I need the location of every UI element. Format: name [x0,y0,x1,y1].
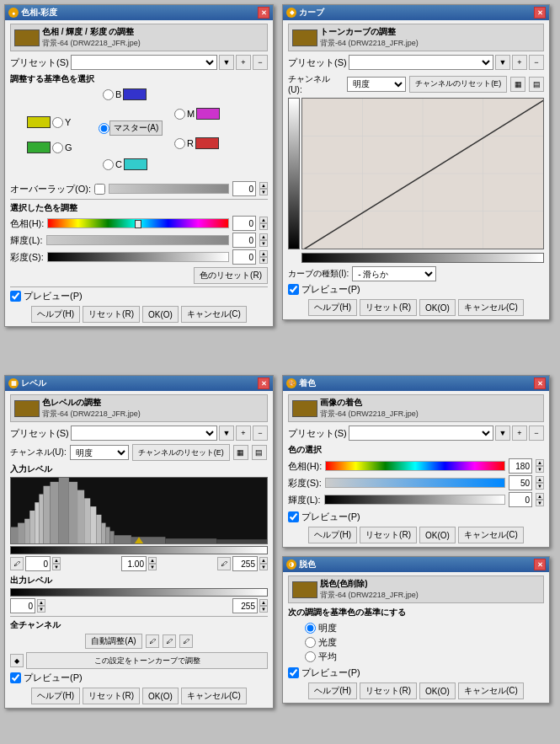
overlap-value[interactable] [232,181,256,196]
colorize-bright-value[interactable]: 0 [509,492,532,507]
radio-g[interactable] [52,142,63,153]
radio-y[interactable] [52,117,63,128]
curves-preset-select[interactable] [349,55,493,70]
radio-b[interactable] [103,89,114,100]
hue-value[interactable]: 0 [232,216,256,231]
color-r-item[interactable]: R [174,137,219,149]
colorize-preset-select[interactable] [349,426,493,441]
sat-spin-down[interactable]: ▼ [259,240,268,247]
curves-canvas[interactable] [301,98,544,249]
preset-add-btn[interactable]: + [236,55,251,70]
desaturate-reset-button[interactable]: リセット(R) [360,682,417,699]
auto-icon3[interactable]: 🖊 [179,634,193,648]
input-mid-up[interactable]: ▲ [148,557,157,564]
curve-type-select[interactable]: - 滑らか [352,266,436,281]
curve-adjust-icon[interactable]: ◆ [10,654,24,667]
curves-preset-dropdown[interactable]: ▼ [495,55,510,70]
input-min-down[interactable]: ▼ [52,564,61,570]
desaturate-preview-checkbox[interactable] [288,667,299,678]
curves-ok-button[interactable]: OK(O) [419,299,456,316]
channel-select[interactable]: 明度 [347,77,406,92]
overlap-slider[interactable] [109,184,229,194]
curves-preview-checkbox[interactable] [288,284,299,295]
radio-c[interactable] [103,159,114,170]
hue-slider[interactable] [47,218,229,228]
colorize-preset-del[interactable]: − [529,426,544,441]
colorize-preset-dropdown[interactable]: ▼ [495,426,510,441]
colorize-sat-slider[interactable] [325,478,505,488]
reset-button[interactable]: リセット(R) [83,306,140,323]
bright-spin-down[interactable]: ▼ [259,257,268,264]
radio-luminosity[interactable] [305,637,316,648]
overlap-spin-down[interactable]: ▼ [259,189,268,195]
colorize-cancel-button[interactable]: キャンセル(C) [458,527,524,543]
radio-brightness[interactable] [305,623,316,634]
colorize-hue-slider[interactable] [325,461,505,471]
levels-ok-button[interactable]: OK(O) [142,688,179,704]
output-min-value[interactable] [10,598,35,613]
output-min-up[interactable]: ▲ [37,599,45,606]
auto-adjust-button[interactable]: 自動調整(A) [85,634,141,649]
desaturate-close-button[interactable]: ✕ [534,559,546,570]
color-c-item[interactable]: C [103,158,147,170]
colorize-bright-up[interactable]: ▲ [536,493,544,500]
master-item[interactable]: マスター(A) [99,120,163,136]
curves-cancel-button[interactable]: キャンセル(C) [458,299,524,316]
colorize-reset-button[interactable]: リセット(R) [360,527,417,543]
hue-spin-down[interactable]: ▼ [259,223,268,230]
radio-r[interactable] [174,138,185,149]
curves-preset-del[interactable]: − [529,55,544,70]
radio-m[interactable] [174,109,185,120]
input-max-up[interactable]: ▲ [259,557,268,564]
eyedropper-black[interactable]: 🖊 [10,557,24,570]
curves-close-button[interactable]: ✕ [534,7,546,19]
auto-icon1[interactable]: 🖊 [146,634,159,648]
hue-sat-close-button[interactable]: ✕ [258,7,269,19]
preset-select[interactable] [71,55,217,70]
desaturate-ok-button[interactable]: OK(O) [419,682,456,699]
help-button[interactable]: ヘルプ(H) [31,306,80,323]
reset-color-button[interactable]: 色のリセット(R) [194,267,268,284]
output-max-down[interactable]: ▼ [259,606,268,613]
curves-icon2[interactable]: ▤ [529,77,544,92]
radio-average[interactable] [305,651,316,662]
sat-spin-up[interactable]: ▲ [259,233,268,240]
color-g-item[interactable]: G [27,142,72,153]
sat-slider[interactable] [46,235,230,245]
color-y-item[interactable]: Y [27,116,71,128]
colorize-sat-down[interactable]: ▼ [536,483,544,490]
radio-master[interactable] [99,123,109,134]
levels-close-button[interactable]: ✕ [258,377,269,389]
bright-value[interactable]: 0 [232,249,256,265]
curve-adjust-button[interactable]: この設定をトーンカーブで調整 [26,652,268,669]
colorize-hue-up[interactable]: ▲ [536,459,544,466]
colorize-preset-add[interactable]: + [512,426,527,441]
input-mid-value[interactable] [121,556,147,571]
levels-channel-select[interactable]: 明度 [70,445,129,460]
levels-icon1[interactable]: ▦ [233,445,248,460]
levels-preset-dropdown[interactable]: ▼ [219,426,234,441]
radio-average-row[interactable]: 平均 [305,650,544,663]
output-max-up[interactable]: ▲ [259,599,268,606]
input-max-value[interactable] [232,556,258,571]
input-max-down[interactable]: ▼ [259,564,268,570]
colorize-hue-down[interactable]: ▼ [536,466,544,473]
desaturate-cancel-button[interactable]: キャンセル(C) [458,682,524,699]
colorize-hue-value[interactable]: 180 [509,458,532,474]
output-max-value[interactable] [232,598,258,613]
curves-reset-button[interactable]: リセット(R) [360,299,417,316]
colorize-preview-checkbox[interactable] [288,511,299,522]
levels-cancel-button[interactable]: キャンセル(C) [181,688,247,704]
colorize-bright-down[interactable]: ▼ [536,500,544,506]
colorize-sat-up[interactable]: ▲ [536,476,544,483]
levels-preset-add[interactable]: + [236,426,251,441]
levels-preset-del[interactable]: − [253,426,268,441]
levels-help-button[interactable]: ヘルプ(H) [31,688,80,704]
colorize-bright-slider[interactable] [324,495,506,505]
overlap-spin-up[interactable]: ▲ [259,182,268,189]
output-min-down[interactable]: ▼ [37,606,45,613]
colorize-ok-button[interactable]: OK(O) [419,527,456,543]
colorize-sat-value[interactable]: 50 [509,475,532,490]
preset-dropdown-btn[interactable]: ▼ [219,55,234,70]
overlap-checkbox[interactable] [94,184,105,195]
